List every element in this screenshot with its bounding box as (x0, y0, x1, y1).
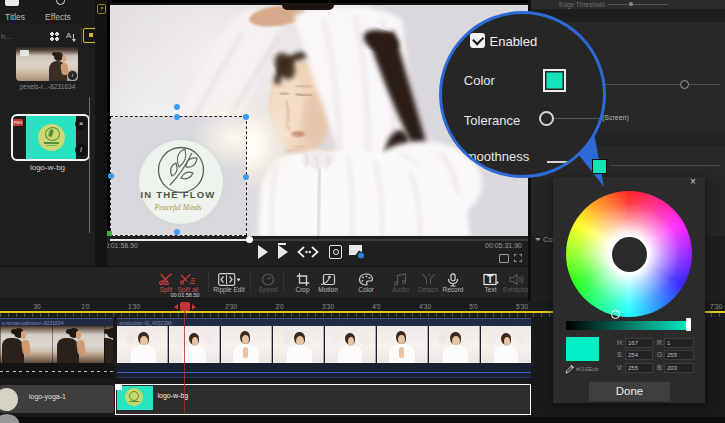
svg-text:T: T (486, 274, 492, 285)
